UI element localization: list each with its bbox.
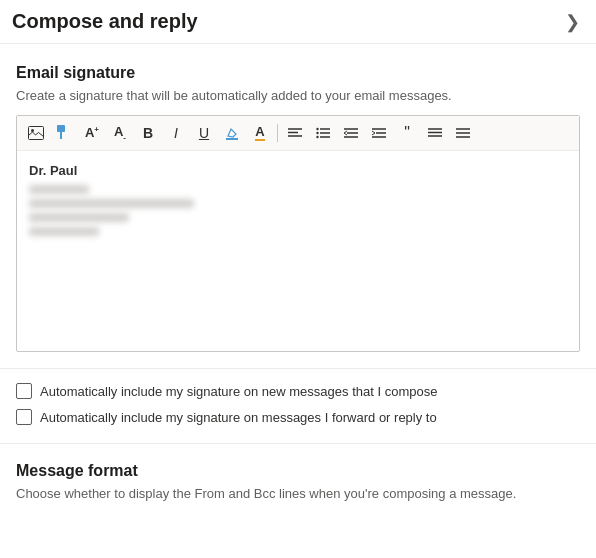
- toolbar-more-btn[interactable]: [450, 120, 476, 146]
- format-painter-icon: [57, 125, 71, 141]
- toolbar-underline-btn[interactable]: U: [191, 120, 217, 146]
- checkbox-row-reply-message: Automatically include my signature on me…: [16, 409, 580, 425]
- toolbar-highlight-btn[interactable]: [219, 120, 245, 146]
- message-format-description: Choose whether to display the From and B…: [16, 486, 580, 501]
- toolbar-indent-increase-btn[interactable]: [366, 120, 392, 146]
- indent-increase-icon: [372, 127, 386, 139]
- svg-rect-3: [60, 131, 62, 139]
- signature-editor[interactable]: A+ A- B I U: [16, 115, 580, 352]
- italic-icon: I: [174, 125, 178, 141]
- font-size-down-icon: A-: [114, 124, 126, 142]
- toolbar-italic-btn[interactable]: I: [163, 120, 189, 146]
- justify-icon: [428, 127, 442, 139]
- font-size-up-icon: A+: [85, 125, 99, 140]
- svg-point-8: [316, 128, 318, 130]
- more-icon: [456, 126, 470, 140]
- message-format-title: Message format: [16, 462, 580, 480]
- align-left-icon: [288, 127, 302, 139]
- toolbar-font-color-btn[interactable]: A: [247, 120, 273, 146]
- toolbar-justify-btn[interactable]: [422, 120, 448, 146]
- auto-reply-label[interactable]: Automatically include my signature on me…: [40, 410, 437, 425]
- toolbar-bold-btn[interactable]: B: [135, 120, 161, 146]
- toolbar-list-btn[interactable]: [310, 120, 336, 146]
- signature-name-line: Dr. Paul: [29, 161, 567, 181]
- page-title: Compose and reply: [12, 10, 198, 33]
- svg-point-12: [316, 136, 318, 138]
- toolbar-font-size-down-btn[interactable]: A-: [107, 120, 133, 146]
- expand-icon[interactable]: ❯: [565, 11, 580, 33]
- header-section: Compose and reply ❯: [0, 0, 596, 44]
- toolbar-align-left-btn[interactable]: [282, 120, 308, 146]
- page-container: Compose and reply ❯ Email signature Crea…: [0, 0, 596, 558]
- svg-rect-2: [57, 125, 65, 132]
- toolbar-separator-1: [277, 124, 278, 142]
- email-signature-section: Email signature Create a signature that …: [0, 44, 596, 368]
- toolbar-indent-decrease-btn[interactable]: [338, 120, 364, 146]
- font-color-icon: A: [255, 125, 264, 141]
- bold-icon: B: [143, 125, 153, 141]
- auto-new-checkbox[interactable]: [16, 383, 32, 399]
- image-icon: [28, 126, 44, 140]
- editor-toolbar: A+ A- B I U: [17, 116, 579, 151]
- svg-point-10: [316, 132, 318, 134]
- underline-icon: U: [199, 125, 209, 141]
- email-signature-description: Create a signature that will be automati…: [16, 88, 580, 103]
- toolbar-format-painter-btn[interactable]: [51, 120, 77, 146]
- highlight-icon: [225, 126, 239, 140]
- checkboxes-section: Automatically include my signature on ne…: [0, 368, 596, 439]
- quote-icon: ": [404, 125, 410, 141]
- toolbar-image-btn[interactable]: [23, 120, 49, 146]
- auto-new-label[interactable]: Automatically include my signature on ne…: [40, 384, 437, 399]
- editor-body[interactable]: Dr. Paul: [17, 151, 579, 351]
- toolbar-font-size-up-btn[interactable]: A+: [79, 120, 105, 146]
- indent-decrease-icon: [344, 127, 358, 139]
- message-format-section: Message format Choose whether to display…: [0, 443, 596, 525]
- email-signature-title: Email signature: [16, 64, 580, 82]
- checkbox-row-new-message: Automatically include my signature on ne…: [16, 383, 580, 399]
- auto-reply-checkbox[interactable]: [16, 409, 32, 425]
- toolbar-quote-btn[interactable]: ": [394, 120, 420, 146]
- list-icon: [316, 127, 330, 139]
